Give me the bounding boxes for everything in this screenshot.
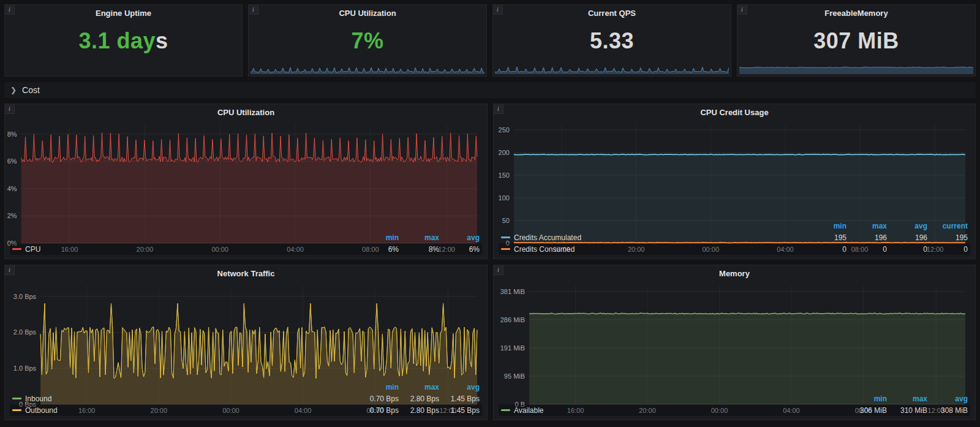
info-icon[interactable]: i [737, 5, 747, 15]
svg-text:6%: 6% [7, 157, 17, 165]
legend-col-current[interactable]: current [927, 222, 968, 230]
legend-col-max[interactable]: max [399, 233, 439, 242]
legend-value: 2.80 Bps [399, 395, 439, 403]
svg-text:100: 100 [499, 194, 510, 202]
panel-title[interactable]: CPU Utilization [5, 104, 487, 119]
legend-series-cpu[interactable]: CPU [12, 245, 358, 254]
sparkline [739, 62, 973, 74]
legend-value: 195 [927, 233, 968, 242]
legend-value: 6% [439, 245, 480, 254]
svg-text:250: 250 [499, 126, 510, 134]
stat-value: 5.33 [590, 28, 634, 54]
svg-text:150: 150 [499, 172, 510, 179]
chart-panel-cpu-utilization: i CPU Utilization 16:0020:0000:0004:0008… [4, 104, 488, 259]
legend-series-label: Available [514, 406, 543, 415]
svg-text:4%: 4% [7, 185, 17, 192]
legend-value: 1.45 Bps [439, 395, 480, 403]
info-icon[interactable]: i [494, 265, 503, 275]
legend-header: minmaxavg [499, 393, 970, 404]
info-icon[interactable]: i [494, 104, 503, 114]
legend-col-max[interactable]: max [399, 383, 439, 391]
legend-value: 0 [927, 245, 968, 254]
legend-row: Inbound0.70 Bps2.80 Bps1.45 Bps [10, 393, 482, 404]
legend-value: 1.45 Bps [439, 406, 480, 415]
chart-plot-area[interactable]: 16:0020:0000:0004:0008:0012:000501001502… [496, 119, 973, 219]
panel-title[interactable]: Memory [494, 265, 975, 281]
legend-value: 0 [806, 245, 846, 254]
sparkline [251, 62, 484, 74]
svg-text:3.0 Bps: 3.0 Bps [13, 293, 37, 300]
chart-plot-area[interactable]: 16:0020:0000:0004:0008:0012:000%2%4%6%8% [7, 119, 484, 231]
svg-text:95 MiB: 95 MiB [504, 372, 525, 380]
legend: minmaxavgcurrentCredits Accumulated19519… [494, 219, 975, 259]
legend-series-label: Inbound [25, 395, 51, 403]
sparkline [495, 62, 729, 74]
panel-title[interactable]: CPU Utilization [249, 5, 486, 20]
stat-panel-freeable-memory: i FreeableMemory 307 MiB [737, 4, 976, 77]
series-color-dash [12, 409, 21, 411]
legend-series-credits-consumed[interactable]: Credits Consumed [501, 245, 806, 254]
legend-col-min[interactable]: min [358, 383, 399, 391]
legend-col-min[interactable]: min [846, 395, 887, 403]
legend-series-inbound[interactable]: Inbound [12, 395, 358, 403]
panel-title[interactable]: Network Traffic [5, 265, 487, 281]
legend: minmaxavgCPU6%8%6% [5, 231, 487, 259]
legend-col-min[interactable]: min [806, 222, 846, 230]
panel-title[interactable]: Engine Uptime [5, 5, 242, 20]
legend-value: 0.70 Bps [358, 395, 399, 403]
legend-row: Available306 MiB310 MiB308 MiB [499, 404, 970, 416]
chart-panel-memory: i Memory 16:0020:0000:0004:0008:0012:000… [493, 265, 976, 420]
stat-panel-engine-uptime: i Engine Uptime 3.1 days [4, 4, 243, 77]
legend: minmaxavgInbound0.70 Bps2.80 Bps1.45 Bps… [5, 380, 487, 420]
panel-title[interactable]: Current QPS [493, 5, 731, 20]
legend-row: Outbound0.70 Bps2.80 Bps1.45 Bps [10, 404, 482, 416]
legend-value: 306 MiB [846, 406, 887, 415]
legend-value: 196 [846, 233, 887, 242]
legend-col-max[interactable]: max [846, 222, 887, 230]
legend-row: Credits Accumulated195196196195 [499, 232, 970, 243]
panel-title[interactable]: FreeableMemory [737, 5, 975, 20]
series-color-dash [501, 409, 510, 411]
legend-series-outbound[interactable]: Outbound [12, 406, 358, 415]
chart-panel-cpu-credit-usage: i CPU Credit Usage 16:0020:0000:0004:000… [493, 104, 976, 259]
chart-plot-area[interactable]: 16:0020:0000:0004:0008:0012:000 B95 MiB1… [496, 281, 973, 392]
legend-value: 195 [806, 233, 846, 242]
stat-panel-cpu-utilization: i CPU Utilization 7% [248, 4, 487, 77]
info-icon[interactable]: i [5, 265, 15, 275]
row-label: Cost [22, 85, 40, 95]
info-icon[interactable]: i [5, 104, 15, 114]
legend-col-avg[interactable]: avg [887, 222, 927, 230]
info-icon[interactable]: i [5, 5, 15, 15]
legend-col-min[interactable]: min [358, 233, 399, 242]
svg-text:2%: 2% [7, 212, 17, 219]
legend-series-available[interactable]: Available [501, 406, 846, 415]
series-color-dash [501, 248, 510, 250]
row-toggle-cost[interactable]: ❯ Cost [4, 82, 976, 98]
legend-header: minmaxavg [10, 381, 482, 393]
legend-col-avg[interactable]: avg [439, 383, 480, 391]
legend-col-max[interactable]: max [887, 395, 927, 403]
stat-value: 7% [351, 28, 383, 54]
legend-header: minmaxavgcurrent [499, 220, 970, 232]
chart-panel-network-traffic: i Network Traffic 16:0020:0000:0004:0008… [4, 265, 488, 420]
info-icon[interactable]: i [493, 5, 503, 15]
legend-value: 2.80 Bps [399, 406, 439, 415]
legend-value: 196 [887, 233, 927, 242]
legend-series-label: Credits Accumulated [514, 233, 581, 242]
legend-col-avg[interactable]: avg [439, 233, 480, 242]
chart-plot-area[interactable]: 16:0020:0000:0004:0008:0012:000 Bps1.0 B… [7, 281, 484, 380]
series-color-dash [12, 248, 21, 250]
legend-value: 6% [358, 245, 399, 254]
legend-header: minmaxavg [10, 232, 482, 243]
legend-value: 8% [399, 245, 439, 254]
legend-value: 308 MiB [927, 406, 968, 415]
legend-series-label: Outbound [25, 406, 58, 415]
stat-value: 307 MiB [813, 28, 899, 54]
legend-value: 0.70 Bps [358, 406, 399, 415]
panel-title[interactable]: CPU Credit Usage [494, 104, 975, 119]
chevron-right-icon: ❯ [10, 86, 17, 94]
info-icon[interactable]: i [249, 5, 258, 15]
legend-series-credits-accumulated[interactable]: Credits Accumulated [501, 233, 806, 242]
legend-col-avg[interactable]: avg [927, 395, 968, 403]
svg-text:200: 200 [499, 149, 510, 156]
